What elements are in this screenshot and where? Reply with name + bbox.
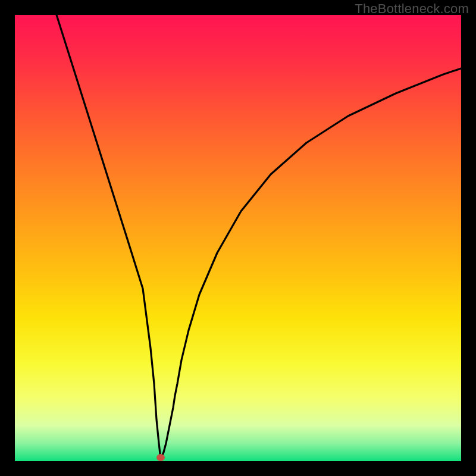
plot-area	[15, 15, 461, 461]
chart-frame: TheBottleneck.com	[0, 0, 476, 476]
optimal-point-marker	[156, 454, 165, 461]
bottleneck-curve	[15, 15, 461, 461]
watermark-text: TheBottleneck.com	[355, 1, 469, 17]
